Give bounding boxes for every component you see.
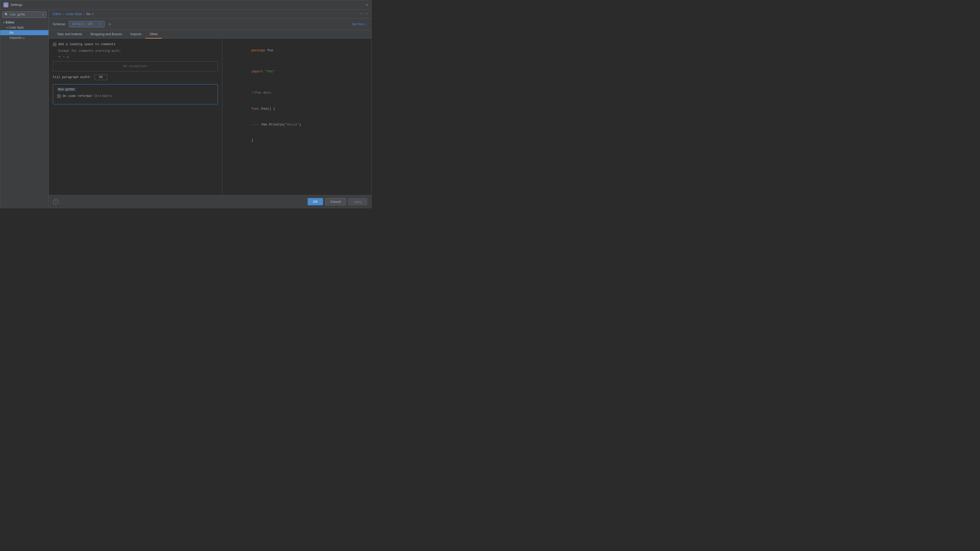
icon-bar: + − ✎: [59, 55, 218, 59]
back-arrow[interactable]: ←: [360, 11, 363, 16]
scheme-default-text: Default: [72, 22, 85, 26]
content-area: 🔍 ✕ ▾ Editor ▾ Code Style Go Inspectio ⊟: [0, 10, 371, 208]
gear-icon[interactable]: ⚙: [109, 22, 111, 26]
code-line-1: package foo: [228, 43, 366, 59]
copy-icon[interactable]: ⊟: [92, 12, 94, 16]
ok-button[interactable]: OK: [307, 198, 323, 205]
bookmark-icon: ⊟: [23, 37, 25, 39]
chevron-down-icon: ▾: [100, 22, 101, 26]
forward-arrow[interactable]: →: [365, 11, 367, 16]
tab-tabs-and-indents[interactable]: Tabs and Indents: [53, 30, 86, 38]
on-code-reformat-checkbox[interactable]: [57, 94, 61, 98]
sidebar-item-inspections[interactable]: Inspectio ⊟: [0, 35, 48, 40]
nav-arrows: ← →: [360, 11, 367, 16]
code-line-blank-1: [228, 59, 366, 64]
search-input[interactable]: [10, 13, 41, 17]
apply-button[interactable]: Apply: [348, 198, 367, 205]
sidebar: 🔍 ✕ ▾ Editor ▾ Code Style Go Inspectio ⊟: [0, 10, 49, 208]
breadcrumb-bar: Editor › Code Style › Go ⊟ ← →: [49, 10, 371, 18]
chevron-down-icon: ▾: [6, 26, 8, 29]
main-panel: Editor › Code Style › Go ⊟ ← → Scheme: D…: [49, 10, 371, 208]
split-view: Add a leading space to comments Except f…: [49, 38, 371, 195]
no-exceptions-label: No exceptions: [124, 65, 148, 68]
settings-window: G Settings ✕ 🔍 ✕ ▾ Editor ▾ Code Style G…: [0, 0, 372, 208]
except-label: Except for comments starting with:: [59, 49, 218, 53]
code-line-4: func Foo() {: [228, 101, 366, 117]
fill-paragraph-label: Fill paragraph width:: [53, 76, 91, 79]
sidebar-item-editor[interactable]: ▾ Editor: [0, 20, 48, 25]
chevron-down-icon: ▾: [3, 21, 5, 24]
help-button[interactable]: ?: [53, 199, 59, 205]
breadcrumb-editor[interactable]: Editor: [53, 12, 62, 16]
tab-wrapping-and-braces[interactable]: Wrapping and Braces: [86, 30, 126, 38]
tab-imports[interactable]: Imports: [126, 30, 145, 38]
breadcrumb-go: Go: [86, 12, 90, 16]
code-preview: package foo import "fmt" //Foo docs func…: [222, 38, 371, 195]
breadcrumb-code-style[interactable]: Code Style: [65, 12, 82, 16]
tab-other[interactable]: Other: [145, 30, 162, 38]
on-code-reformat-row: On code reformat Ctrl+Alt+L: [57, 94, 213, 98]
code-line-6: }: [228, 133, 366, 149]
code-line-2: import "fmt": [228, 64, 366, 79]
leading-space-checkbox[interactable]: [53, 43, 56, 46]
scheme-dropdown[interactable]: Default IDE ▾: [69, 21, 105, 27]
leading-space-label: Add a leading space to comments: [59, 43, 115, 46]
app-icon: G: [3, 2, 8, 7]
code-line-5: ──── fmt.Println("Hello"): [228, 117, 366, 133]
remove-icon[interactable]: −: [62, 55, 65, 59]
breadcrumb-sep-1: ›: [63, 12, 64, 16]
scheme-bar: Scheme: Default IDE ▾ ⚙ Set from...: [49, 18, 371, 30]
run-gofmt-title: Run gofmt: [57, 88, 76, 91]
window-title: Settings: [11, 3, 22, 6]
close-button[interactable]: ✕: [366, 2, 368, 7]
fill-paragraph-input[interactable]: [94, 75, 107, 80]
search-clear-icon[interactable]: ✕: [42, 13, 44, 17]
search-icon: 🔍: [5, 13, 8, 17]
leading-space-row: Add a leading space to comments: [53, 43, 218, 46]
title-bar: G Settings ✕: [0, 0, 371, 10]
svg-text:G: G: [5, 4, 6, 6]
sidebar-item-label: Code Style: [9, 26, 24, 29]
settings-panel: Add a leading space to comments Except f…: [49, 38, 222, 195]
add-icon[interactable]: +: [59, 55, 60, 59]
fill-paragraph-row: Fill paragraph width:: [53, 75, 218, 80]
run-gofmt-group: Run gofmt On code reformat Ctrl+Alt+L: [53, 84, 218, 104]
bottom-bar: ? OK Cancel Apply: [49, 195, 371, 208]
sidebar-item-label: Editor: [6, 21, 14, 24]
cancel-button[interactable]: Cancel: [325, 198, 346, 205]
scheme-label: Scheme:: [53, 22, 66, 26]
breadcrumb-sep-2: ›: [83, 12, 84, 16]
sidebar-item-label: Inspectio: [10, 36, 22, 40]
sidebar-item-label: Go: [10, 31, 14, 35]
edit-icon[interactable]: ✎: [67, 55, 69, 59]
code-line-blank-2: [228, 80, 366, 85]
sidebar-item-go[interactable]: Go: [0, 30, 48, 35]
sidebar-item-code-style[interactable]: ▾ Code Style: [0, 25, 48, 30]
tabs-bar: Tabs and Indents Wrapping and Braces Imp…: [49, 30, 371, 38]
code-line-3: //Foo docs: [228, 85, 366, 101]
on-code-reformat-label: On code reformat Ctrl+Alt+L: [63, 94, 112, 98]
search-box[interactable]: 🔍 ✕: [2, 11, 46, 18]
set-from-button[interactable]: Set from...: [352, 22, 367, 26]
scheme-ide-text: IDE: [87, 22, 93, 26]
exceptions-area: No exceptions: [53, 61, 218, 71]
